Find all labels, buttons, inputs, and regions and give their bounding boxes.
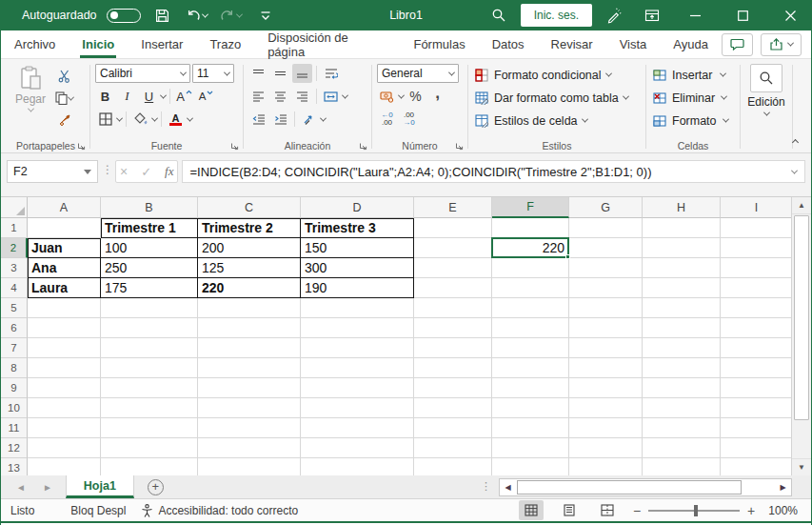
cell-H7[interactable] [643,338,721,358]
cell-G6[interactable] [569,318,643,338]
cell-A13[interactable] [28,458,101,475]
delete-dropdown-icon[interactable] [721,93,727,100]
scroll-right-icon[interactable]: ▶ [775,483,791,492]
sign-in-button[interactable]: Inic. ses. [521,4,592,27]
cell-F8[interactable] [492,358,569,378]
cell-F10[interactable] [492,398,569,418]
cell-C9[interactable] [198,378,301,398]
cell-F1[interactable] [492,218,569,238]
autosave-toggle[interactable] [107,9,141,23]
cell-H3[interactable] [643,258,721,278]
name-box-dropdown-icon[interactable] [84,170,91,174]
scroll-up-icon[interactable]: ▲ [792,197,811,214]
collapse-ribbon-icon[interactable] [792,139,799,146]
cell-I5[interactable] [721,298,793,318]
cell-E13[interactable] [414,458,492,475]
italic-button[interactable]: I [117,87,137,106]
cell-B3[interactable]: 250 [101,258,198,278]
cell-D2[interactable]: 150 [301,238,414,258]
insert-function-icon[interactable]: fx [165,164,173,179]
cell-C2[interactable]: 200 [198,238,301,258]
cell-H10[interactable] [643,398,721,418]
tab-trazo[interactable]: Trazo [196,30,254,58]
customize-quick-access-icon[interactable] [253,3,278,28]
row-header-8[interactable]: 8 [1,358,28,378]
save-icon[interactable] [150,3,175,28]
cell-H12[interactable] [643,438,721,458]
cell-H1[interactable] [643,218,721,238]
align-top-button[interactable] [248,64,268,83]
cell-I4[interactable] [721,278,793,298]
format-painter-button[interactable] [54,111,74,130]
normal-view-button[interactable] [519,500,544,520]
expand-formula-bar-icon[interactable] [791,168,798,174]
zoom-slider-thumb[interactable] [694,505,698,516]
cell-H9[interactable] [643,378,721,398]
next-sheet-icon[interactable]: ► [43,482,52,493]
format-dropdown-icon[interactable] [723,116,729,123]
edicion-dropdown-icon[interactable] [762,110,769,116]
tab-datos[interactable]: Datos [479,30,538,58]
cell-F5[interactable] [492,298,569,318]
cell-D9[interactable] [301,378,414,398]
row-header-9[interactable]: 9 [1,378,28,398]
cell-styles-button[interactable]: Estilos de celda [473,111,641,131]
cell-A4[interactable]: Laura [28,278,101,298]
close-button[interactable] [769,0,811,30]
cell-D6[interactable] [301,318,414,338]
column-header-G[interactable]: G [569,197,643,218]
cell-F13[interactable] [492,458,569,475]
cell-G1[interactable] [569,218,643,238]
fuente-dialog-launcher-icon[interactable] [230,142,239,151]
accounting-dropdown-icon[interactable] [398,91,405,98]
column-header-E[interactable]: E [414,197,492,218]
cell-G10[interactable] [569,398,643,418]
share-button[interactable] [761,33,802,56]
cell-A10[interactable] [28,398,101,418]
redo-button[interactable] [219,3,244,28]
merge-dropdown-icon[interactable] [342,91,348,98]
align-middle-button[interactable] [270,64,290,83]
cell-D7[interactable] [301,338,414,358]
decrease-font-button[interactable]: A [196,87,216,106]
accounting-format-button[interactable] [377,87,397,106]
delete-cells-button[interactable]: Eliminar [651,88,735,108]
cell-H6[interactable] [643,318,721,338]
cell-C3[interactable]: 125 [198,258,301,278]
font-size-select[interactable]: 11 [192,64,234,83]
underline-button[interactable]: U [139,87,159,106]
comma-style-button[interactable]: , [427,87,447,106]
cell-I7[interactable] [721,338,793,358]
borders-dropdown-icon[interactable] [116,114,123,121]
cell-A12[interactable] [28,438,101,458]
cancel-entry-icon[interactable]: × [120,164,128,179]
formula-input[interactable]: =INDICE(B2:D4; COINCIDIR("Laura";A2:A4; … [182,160,805,183]
formula-bar-gripper[interactable]: ⋮ [102,160,111,176]
format-as-table-dropdown-icon[interactable] [623,93,629,100]
tab-archivo[interactable]: Archivo [1,30,69,58]
zoom-level[interactable]: 100% [768,504,798,517]
alineacion-dialog-launcher-icon[interactable] [359,142,367,151]
row-header-6[interactable]: 6 [1,318,28,338]
accessibility-status[interactable]: Accesibilidad: todo correcto [141,504,298,517]
share-dropdown-icon[interactable] [787,40,794,47]
page-break-view-button[interactable] [595,500,620,520]
cell-C13[interactable] [198,458,301,475]
row-header-3[interactable]: 3 [1,258,28,278]
cell-B9[interactable] [101,378,198,398]
row-header-2[interactable]: 2 [1,238,28,258]
cell-I13[interactable] [721,458,793,475]
tab-scroll-gripper[interactable]: ⋮ [481,480,491,493]
cell-I2[interactable] [721,238,793,258]
cell-C8[interactable] [198,358,301,378]
conditional-formatting-dropdown-icon[interactable] [605,71,612,77]
undo-dropdown-icon[interactable] [202,10,208,17]
cell-E8[interactable] [414,358,492,378]
format-cells-button[interactable]: Formato [651,111,735,131]
tab-disposicion[interactable]: Disposición de página [254,30,400,58]
paste-button[interactable]: Pegar [7,63,54,137]
increase-font-button[interactable]: A [174,87,194,106]
numero-dialog-launcher-icon[interactable] [455,142,464,151]
decrease-indent-button[interactable] [248,110,268,129]
prev-sheet-icon[interactable]: ◄ [16,482,26,493]
